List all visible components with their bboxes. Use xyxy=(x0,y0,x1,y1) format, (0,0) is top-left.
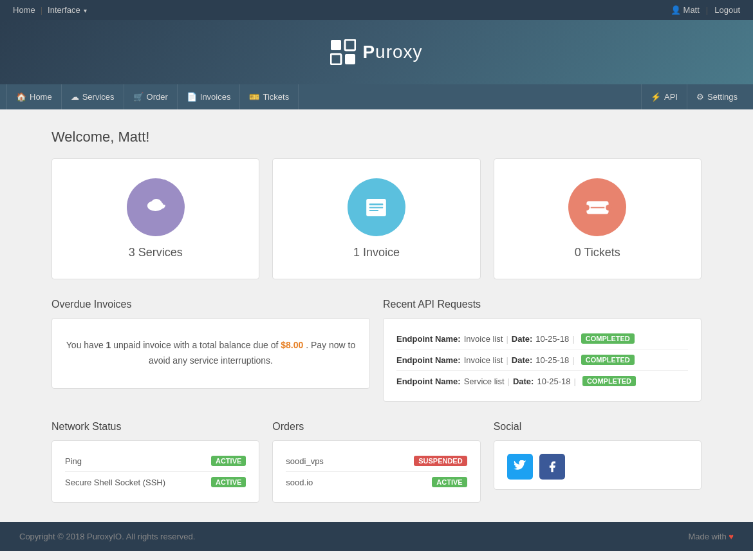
svg-rect-8 xyxy=(369,210,378,211)
home-icon: 🏠 xyxy=(16,92,26,102)
order-row-0: soodi_vps SUSPENDED xyxy=(286,451,467,472)
invoice-amount: $8.00 xyxy=(281,340,303,350)
facebook-icon xyxy=(546,460,559,473)
order-status-badge-0: SUSPENDED xyxy=(414,456,467,466)
svg-rect-2 xyxy=(331,54,341,64)
orders-box: soodi_vps SUSPENDED sood.io ACTIVE xyxy=(272,440,480,503)
logo-icon xyxy=(330,39,356,65)
services-icon-circle xyxy=(127,178,185,236)
social-buttons xyxy=(507,454,688,480)
orders-title: Orders xyxy=(272,421,480,433)
api-endpoint-value-1: Invoice list xyxy=(464,355,503,365)
services-card[interactable]: 3 Services xyxy=(51,158,259,279)
order-row-1: sood.io ACTIVE xyxy=(286,472,467,492)
top-nav-user[interactable]: 👤 Matt xyxy=(671,5,700,15)
interface-dropdown-arrow: ▾ xyxy=(84,7,87,14)
top-nav-right: 👤 Matt | Logout xyxy=(671,5,740,15)
network-label-1: Secure Shell Socket (SSH) xyxy=(65,478,165,487)
order-status-badge-1: ACTIVE xyxy=(432,477,467,487)
top-navbar: Home | Interface ▾ 👤 Matt | Logout xyxy=(0,0,753,20)
network-status-title: Network Status xyxy=(51,421,259,433)
facebook-button[interactable] xyxy=(539,454,565,480)
svg-rect-3 xyxy=(345,54,355,64)
social-title: Social xyxy=(494,421,702,433)
api-row-1: Endpoint Name: Invoice list | Date: 10-2… xyxy=(396,350,688,371)
invoice-count: 1 xyxy=(106,340,111,350)
bottom-section: Network Status Ping ACTIVE Secure Shell … xyxy=(51,421,702,503)
order-label-0: soodi_vps xyxy=(286,456,324,466)
ticket-icon xyxy=(583,193,612,222)
main-navbar: 🏠 Home ☁ Services 🛒 Order 📄 Invoices 🎫 T… xyxy=(0,84,753,109)
logo-text: Puroxy xyxy=(362,42,422,62)
nav-order[interactable]: 🛒 Order xyxy=(124,84,178,109)
network-status-badge-0: ACTIVE xyxy=(211,456,246,466)
user-icon: 👤 xyxy=(671,5,681,15)
api-date-label-2: Date: xyxy=(513,377,534,386)
network-status-section: Network Status Ping ACTIVE Secure Shell … xyxy=(51,421,259,503)
top-nav-interface[interactable]: Interface ▾ xyxy=(48,5,87,15)
orders-section: Orders soodi_vps SUSPENDED sood.io ACTIV… xyxy=(272,421,480,503)
network-box: Ping ACTIVE Secure Shell Socket (SSH) AC… xyxy=(51,440,259,503)
api-requests-section: Recent API Requests Endpoint Name: Invoi… xyxy=(383,299,702,402)
logo-container: Puroxy xyxy=(330,39,422,65)
svg-point-4 xyxy=(147,200,163,210)
twitter-icon xyxy=(514,460,526,473)
svg-rect-6 xyxy=(369,203,384,205)
nav-home[interactable]: 🏠 Home xyxy=(6,84,62,109)
api-endpoint-label-2: Endpoint Name: xyxy=(396,377,461,386)
tickets-icon: 🎫 xyxy=(249,92,259,102)
services-icon: ☁ xyxy=(71,92,79,102)
top-nav-logout[interactable]: Logout xyxy=(714,5,740,15)
svg-rect-13 xyxy=(591,207,605,208)
api-date-value-1: 10-25-18 xyxy=(535,355,569,365)
invoices-icon-circle xyxy=(348,178,405,236)
invoice-box: You have 1 unpaid invoice with a total b… xyxy=(51,318,370,389)
nav-tickets[interactable]: 🎫 Tickets xyxy=(240,84,299,109)
tickets-card[interactable]: 0 Tickets xyxy=(494,158,702,279)
order-icon: 🛒 xyxy=(133,92,144,102)
order-label-1: sood.io xyxy=(286,478,313,487)
cloud-icon xyxy=(141,193,170,222)
api-status-2: COMPLETED xyxy=(582,376,636,386)
nav-invoices[interactable]: 📄 Invoices xyxy=(178,84,241,109)
tickets-icon-circle xyxy=(568,178,626,236)
footer: Copyright © 2018 PuroxyIO. All rights re… xyxy=(0,522,753,551)
main-nav-left: 🏠 Home ☁ Services 🛒 Order 📄 Invoices 🎫 T… xyxy=(6,84,299,109)
header-logo-area: Puroxy xyxy=(0,20,753,84)
nav-api[interactable]: ⚡ API xyxy=(641,84,687,109)
twitter-button[interactable] xyxy=(507,454,533,480)
api-status-0: COMPLETED xyxy=(581,333,635,344)
invoice-msg-pre: You have xyxy=(66,340,104,350)
api-endpoint-label-0: Endpoint Name: xyxy=(396,334,461,344)
heart-icon: ♥ xyxy=(729,532,734,541)
services-stat-label: 3 Services xyxy=(129,246,183,259)
api-icon: ⚡ xyxy=(651,92,661,102)
nav-services[interactable]: ☁ Services xyxy=(62,84,124,109)
nav-settings[interactable]: ⚙ Settings xyxy=(687,84,747,109)
footer-copyright: Copyright © 2018 PuroxyIO. All rights re… xyxy=(19,532,195,541)
api-endpoint-value-0: Invoice list xyxy=(464,334,503,344)
api-row-2: Endpoint Name: Service list | Date: 10-2… xyxy=(396,371,688,391)
middle-section: Overdue Invoices You have 1 unpaid invoi… xyxy=(51,299,702,402)
invoices-card[interactable]: 1 Invoice xyxy=(272,158,480,279)
api-date-label-0: Date: xyxy=(512,334,533,344)
api-date-label-1: Date: xyxy=(512,355,533,365)
stats-row: 3 Services 1 Invoice xyxy=(51,158,702,279)
top-nav-home[interactable]: Home xyxy=(13,5,35,15)
api-date-value-2: 10-25-18 xyxy=(537,377,570,386)
top-nav-left: Home | Interface ▾ xyxy=(13,5,87,15)
invoice-msg-mid: unpaid invoice with a total balance due … xyxy=(113,340,278,350)
footer-made-with: Made with ♥ xyxy=(688,532,734,541)
api-row-0: Endpoint Name: Invoice list | Date: 10-2… xyxy=(396,328,688,350)
network-row-1: Secure Shell Socket (SSH) ACTIVE xyxy=(65,472,246,492)
svg-rect-0 xyxy=(331,40,341,50)
api-endpoint-value-2: Service list xyxy=(464,377,505,386)
network-status-badge-1: ACTIVE xyxy=(211,477,246,487)
svg-rect-7 xyxy=(369,207,384,208)
social-box xyxy=(494,440,702,490)
logo-svg xyxy=(330,39,356,65)
main-content: Welcome, Matt! 3 Services xyxy=(0,109,753,522)
overdue-invoices-title: Overdue Invoices xyxy=(51,299,370,310)
top-nav-separator: | xyxy=(41,5,42,15)
invoices-icon: 📄 xyxy=(187,92,197,102)
